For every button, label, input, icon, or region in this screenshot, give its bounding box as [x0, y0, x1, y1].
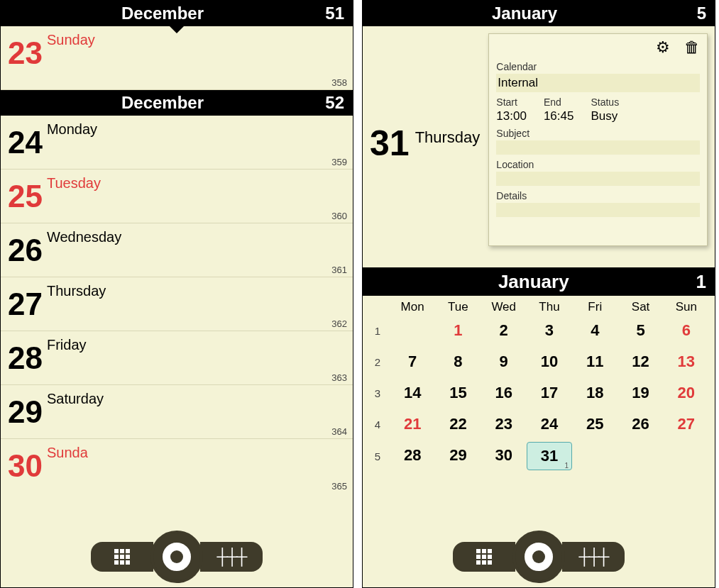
day-of-week: Monday	[47, 121, 97, 138]
month-cell[interactable]: 1	[435, 317, 481, 344]
day-number: 30	[8, 450, 43, 482]
week-number-col: 2	[366, 356, 390, 368]
day-number: 23	[8, 38, 43, 69]
day-of-year: 364	[331, 426, 347, 437]
month-cell[interactable]: 16	[481, 379, 527, 406]
dow-sun: Sun	[664, 300, 709, 314]
settings-button[interactable]: ┼┼┼	[562, 542, 625, 572]
grid-icon	[114, 549, 130, 565]
month-cell[interactable]: 13	[664, 348, 709, 375]
record-button[interactable]	[512, 531, 565, 583]
month-cell[interactable]: 9	[481, 348, 527, 375]
day-number: 24	[8, 127, 43, 158]
month-cell[interactable]: 311	[527, 442, 572, 470]
week-header-51: December 51	[1, 1, 353, 26]
day-number: 28	[8, 343, 43, 374]
month-cell[interactable]: 30	[481, 442, 527, 470]
week-list-pane: December 51 23 Sunday 358 December 52 24…	[0, 0, 353, 588]
day-number: 25	[8, 181, 43, 212]
month-cell[interactable]: 28	[390, 442, 435, 470]
month-cell[interactable]: 11	[572, 348, 618, 375]
day-of-year: 358	[331, 77, 347, 88]
month-cell[interactable]: 17	[527, 379, 572, 406]
month-cell[interactable]: 14	[390, 379, 435, 406]
day-row-30[interactable]: 30 Sunda 365	[1, 439, 353, 493]
grid-view-button[interactable]	[453, 542, 515, 572]
month-cell[interactable]: 21	[390, 411, 435, 438]
month-cell[interactable]: 15	[435, 379, 481, 406]
month-cell[interactable]: 6	[664, 317, 709, 344]
month-cell[interactable]: 10	[527, 348, 572, 375]
day-number: 26	[8, 235, 43, 266]
location-value[interactable]	[496, 172, 700, 186]
subject-value[interactable]	[496, 140, 700, 155]
start-label: Start	[496, 96, 527, 108]
trash-icon[interactable]: 🗑	[684, 38, 700, 57]
month-label: December	[9, 4, 316, 23]
end-value[interactable]: 16:45	[544, 109, 574, 123]
month-cell[interactable]: 22	[435, 411, 481, 438]
day-row-24[interactable]: 24 Monday 359	[1, 116, 353, 170]
day-row-27[interactable]: 27 Thursday 362	[1, 277, 353, 331]
month-cell[interactable]: 24	[527, 411, 572, 438]
week-number-col: 3	[366, 387, 390, 399]
calendar-value[interactable]: Internal	[496, 74, 700, 92]
month-grid: 1123456278910111213314151617181920421222…	[363, 317, 715, 476]
day-number: 29	[8, 396, 43, 428]
month-label: January	[371, 271, 696, 293]
week-number-col: 4	[366, 418, 390, 431]
month-cell[interactable]: 3	[527, 317, 572, 344]
month-cell[interactable]: 27	[664, 411, 709, 438]
record-button[interactable]	[150, 531, 203, 583]
day-of-year: 360	[331, 211, 347, 221]
day-row-28[interactable]: 28 Friday 363	[1, 331, 353, 385]
month-cell[interactable]: 23	[481, 411, 527, 438]
bottom-toolbar: ┼┼┼	[91, 531, 263, 583]
event-area: 31 Thursday ⚙ 🗑 Calendar Internal Start …	[363, 26, 715, 267]
start-value[interactable]: 13:00	[496, 109, 527, 123]
sliders-icon: ┼┼┼	[217, 548, 246, 566]
event-card[interactable]: ⚙ 🗑 Calendar Internal Start 13:00 End 16…	[488, 33, 708, 246]
location-label: Location	[496, 159, 700, 170]
week-header-52: December 52	[1, 90, 353, 116]
grid-view-button[interactable]	[91, 542, 153, 572]
month-cell[interactable]: 5	[618, 317, 663, 344]
day-of-year: 363	[331, 372, 347, 383]
day-row-23[interactable]: 23 Sunday 358	[1, 26, 353, 90]
month-cell[interactable]: 12	[618, 348, 663, 375]
settings-button[interactable]: ┼┼┼	[200, 542, 263, 572]
month-cell[interactable]: 7	[390, 348, 435, 375]
month-cell[interactable]: 4	[572, 317, 618, 344]
dow-row: Mon Tue Wed Thu Fri Sat Sun	[363, 296, 715, 317]
day-of-year: 365	[331, 481, 347, 492]
day-of-week: Thursday	[47, 283, 106, 299]
gear-icon[interactable]: ⚙	[656, 38, 670, 57]
week-number: 52	[316, 93, 344, 113]
month-cell[interactable]: 8	[435, 348, 481, 375]
month-cell[interactable]: 19	[618, 379, 663, 406]
day-of-week: Tuesday	[47, 175, 101, 192]
status-value[interactable]: Busy	[591, 109, 619, 123]
month-cell[interactable]: 2	[481, 317, 527, 344]
day-number: 27	[8, 289, 43, 320]
month-cell[interactable]: 20	[664, 379, 709, 406]
month-cell[interactable]: 18	[572, 379, 618, 406]
grid-icon	[476, 549, 492, 565]
day-row-29[interactable]: 29 Saturday 364	[1, 385, 353, 439]
month-cell[interactable]: 29	[435, 442, 481, 470]
day-of-week: Sunday	[47, 32, 95, 48]
day-of-year: 359	[331, 157, 347, 167]
day-row-25[interactable]: 25 Tuesday 360	[1, 170, 353, 223]
month-label: January	[371, 4, 678, 23]
month-label: December	[9, 93, 316, 113]
subject-label: Subject	[496, 128, 700, 139]
dow-sat: Sat	[618, 300, 663, 314]
dow-wed: Wed	[481, 300, 527, 314]
month-cell[interactable]: 26	[618, 411, 663, 438]
day-row-26[interactable]: 26 Wednesday 361	[1, 223, 353, 277]
event-count: 1	[565, 462, 569, 470]
month-cell[interactable]: 25	[572, 411, 618, 438]
week-number-col: 1	[366, 325, 390, 337]
status-label: Status	[591, 96, 619, 108]
details-value[interactable]	[496, 203, 700, 217]
